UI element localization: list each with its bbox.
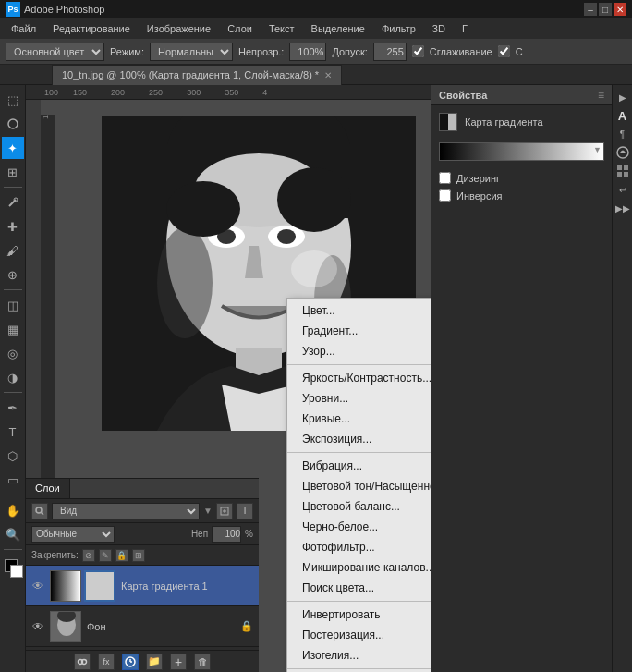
- tool-brush[interactable]: 🖌: [2, 239, 24, 262]
- menu-text[interactable]: Текст: [261, 21, 302, 36]
- foreground-color[interactable]: [3, 557, 23, 578]
- tool-eraser[interactable]: ◫: [2, 294, 24, 316]
- gradient-bar-wrapper[interactable]: ▼: [439, 142, 604, 161]
- add-layer-btn[interactable]: +: [170, 654, 187, 670]
- tool-crop[interactable]: ⊞: [2, 161, 24, 183]
- menu-file[interactable]: Файл: [4, 21, 43, 36]
- layer-name: Карта градиента 1: [121, 580, 253, 592]
- link-layers-btn[interactable]: [74, 654, 91, 670]
- right-btn-actions[interactable]: ▶▶: [614, 200, 631, 216]
- layers-list: 👁 Карта градиента 1 👁: [26, 566, 259, 650]
- ctx-pattern[interactable]: Узор...: [287, 341, 431, 361]
- tool-gradient[interactable]: ▦: [2, 318, 24, 340]
- right-btn-swatches[interactable]: [614, 163, 631, 179]
- ctx-posterize[interactable]: Постеризация...: [287, 625, 431, 645]
- right-btn-a[interactable]: A: [614, 107, 631, 124]
- gradient-bar[interactable]: ▼: [439, 142, 604, 161]
- menu-layers[interactable]: Слои: [220, 21, 260, 36]
- tool-eyedropper[interactable]: [2, 191, 24, 214]
- new-layer-btn[interactable]: [216, 503, 233, 519]
- menu-extra[interactable]: Г: [455, 21, 475, 36]
- tool-marquee[interactable]: ⬚: [2, 89, 24, 111]
- lock-artboard-btn[interactable]: ⊞: [132, 549, 145, 562]
- ctx-hsl[interactable]: Цветовой тон/Насыщенность...: [287, 476, 431, 496]
- filter-dropdown[interactable]: ▼: [203, 506, 213, 516]
- tool-hand[interactable]: ✋: [2, 499, 24, 521]
- layer-visibility-icon[interactable]: 👁: [31, 620, 44, 633]
- properties-menu-icon[interactable]: ≡: [598, 89, 604, 102]
- lock-pixels-btn[interactable]: ⊘: [82, 549, 95, 562]
- layer-filter-select[interactable]: Вид: [52, 503, 200, 519]
- ctx-color-lookup[interactable]: Поиск цвета...: [287, 578, 431, 598]
- gradient-dropdown-icon[interactable]: ▼: [593, 145, 602, 154]
- svg-rect-18: [440, 114, 448, 130]
- layer-row[interactable]: 👁 Карта градиента 1: [26, 566, 259, 606]
- ctx-invert[interactable]: Инвертировать: [287, 605, 431, 625]
- right-btn-paragraph[interactable]: ¶: [614, 126, 631, 142]
- extra-checkbox[interactable]: [498, 45, 510, 57]
- right-btn-colors[interactable]: [614, 144, 631, 161]
- close-button[interactable]: ✕: [614, 3, 626, 16]
- ctx-gradient[interactable]: Градиент...: [287, 321, 431, 341]
- layer-visibility-icon[interactable]: 👁: [31, 580, 44, 593]
- tool-pen[interactable]: ✒: [2, 397, 24, 419]
- layer-options-btn[interactable]: T: [237, 503, 253, 519]
- tool-text[interactable]: T: [2, 421, 24, 443]
- ctx-photo-filter[interactable]: Фотофильтр...: [287, 537, 431, 557]
- tab-close-icon[interactable]: ✕: [324, 70, 332, 80]
- svg-line-26: [42, 512, 44, 515]
- right-btn-history[interactable]: ↩: [614, 181, 631, 198]
- base-color-select[interactable]: Основной цвет: [6, 43, 104, 61]
- tool-lasso[interactable]: [2, 113, 24, 135]
- add-folder-btn[interactable]: 📁: [146, 654, 163, 670]
- ctx-bw[interactable]: Черно-белое...: [287, 517, 431, 537]
- lock-position-btn[interactable]: ✎: [99, 549, 112, 562]
- search-filter-icon[interactable]: [31, 503, 48, 519]
- add-adjustment-btn[interactable]: [122, 654, 139, 670]
- layers-tab[interactable]: Слои: [26, 479, 70, 498]
- ctx-curves[interactable]: Кривые...: [287, 409, 431, 429]
- tool-blur[interactable]: ◎: [2, 342, 24, 364]
- opacity-input[interactable]: [212, 526, 241, 543]
- maximize-button[interactable]: □: [599, 3, 612, 16]
- tool-magic-wand[interactable]: ✦: [2, 137, 24, 159]
- menu-select[interactable]: Выделение: [304, 21, 372, 36]
- add-fx-btn[interactable]: fx: [98, 654, 115, 670]
- tool-dodge[interactable]: ◑: [2, 366, 24, 388]
- layer-row[interactable]: 👁 Фон 🔒: [26, 606, 259, 647]
- menu-filter[interactable]: Фильтр: [374, 21, 423, 36]
- layers-tabs: Слои: [26, 479, 259, 499]
- tolerance-input[interactable]: [373, 43, 407, 61]
- ctx-levels[interactable]: Уровни...: [287, 388, 431, 409]
- tool-healing[interactable]: ✚: [2, 215, 24, 238]
- ctx-brightness[interactable]: Яркость/Контрастность...: [287, 368, 431, 388]
- menu-3d[interactable]: 3D: [425, 21, 453, 36]
- delete-layer-btn[interactable]: 🗑: [194, 654, 211, 670]
- ctx-color[interactable]: Цвет...: [287, 300, 431, 321]
- ctx-color-balance[interactable]: Цветовой баланс...: [287, 496, 431, 517]
- opacity-input[interactable]: [289, 43, 326, 61]
- ctx-threshold[interactable]: Изогелия...: [287, 645, 431, 666]
- document-tab[interactable]: 10_tn.jpg @ 100% (Карта градиента 1, Сло…: [52, 65, 342, 85]
- menu-image[interactable]: Изображение: [140, 21, 218, 36]
- ctx-vibrance[interactable]: Вибрация...: [287, 456, 431, 476]
- mode-select[interactable]: Нормальный: [150, 43, 233, 61]
- tool-zoom[interactable]: 🔍: [2, 523, 24, 545]
- ctx-channel-mix[interactable]: Микширование каналов...: [287, 557, 431, 578]
- ctx-exposure[interactable]: Экспозиция...: [287, 429, 431, 449]
- smoothing-checkbox[interactable]: [412, 45, 424, 57]
- inversion-checkbox[interactable]: [439, 189, 451, 202]
- extra-label: C: [516, 46, 523, 57]
- layers-footer: fx 📁 + 🗑: [26, 650, 259, 672]
- blend-mode-select[interactable]: Обычные: [31, 526, 115, 543]
- inversion-label: Инверсия: [456, 190, 503, 202]
- tool-shape[interactable]: ▭: [2, 469, 24, 491]
- menu-edit[interactable]: Редактирование: [45, 21, 138, 36]
- lock-all-btn[interactable]: 🔒: [115, 549, 128, 562]
- minimize-button[interactable]: –: [584, 3, 597, 16]
- dithering-checkbox[interactable]: [439, 172, 451, 184]
- right-btn-arrow[interactable]: ▶: [614, 89, 631, 105]
- tool-clone[interactable]: ⊕: [2, 263, 24, 286]
- tool-path[interactable]: ⬡: [2, 445, 24, 467]
- tool-separator-1: [4, 187, 22, 188]
